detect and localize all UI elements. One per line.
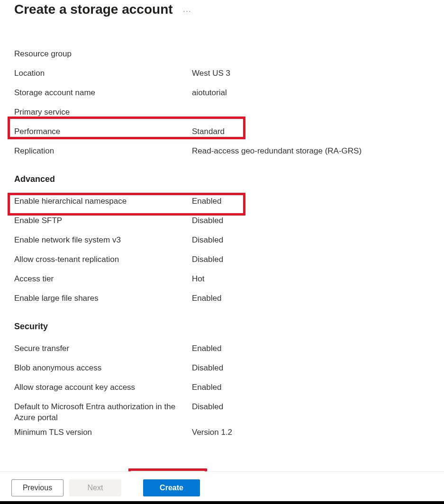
row-blob-anon-access: Blob anonymous access Disabled	[14, 360, 430, 379]
row-secure-transfer: Secure transfer Enabled	[14, 340, 430, 360]
value-enable-nfsv3: Disabled	[192, 235, 223, 246]
next-button: Next	[69, 479, 121, 496]
label-large-file-shares: Enable large file shares	[14, 293, 192, 304]
label-secure-transfer: Secure transfer	[14, 343, 192, 354]
label-location: Location	[14, 68, 192, 79]
label-cross-tenant-replication: Allow cross-tenant replication	[14, 254, 192, 265]
label-access-tier: Access tier	[14, 274, 192, 285]
label-enable-sftp: Enable SFTP	[14, 216, 192, 226]
row-access-tier: Access tier Hot	[14, 270, 430, 290]
label-enable-nfsv3: Enable network file system v3	[14, 235, 192, 246]
value-enable-hns: Enabled	[192, 196, 221, 207]
value-secure-transfer: Enabled	[192, 343, 221, 354]
page-header: Create a storage account ···	[0, 0, 444, 17]
row-cross-tenant-replication: Allow cross-tenant replication Disabled	[14, 251, 430, 270]
label-enable-hns: Enable hierarchical namespace	[14, 196, 192, 207]
label-performance: Performance	[14, 126, 192, 137]
row-enable-nfsv3: Enable network file system v3 Disabled	[14, 232, 430, 251]
label-resource-group: Resource group	[14, 49, 192, 60]
wizard-footer: Previous Next Create	[0, 471, 444, 504]
row-resource-group: Resource group	[14, 45, 430, 65]
value-performance: Standard	[192, 126, 225, 137]
row-enable-hns: Enable hierarchical namespace Enabled	[14, 193, 430, 212]
value-location: West US 3	[192, 68, 230, 79]
row-primary-service: Primary service	[14, 104, 430, 123]
section-heading-advanced: Advanced	[14, 174, 430, 184]
value-storage-account-name: aiotutorial	[192, 88, 227, 99]
create-button[interactable]: Create	[143, 479, 200, 496]
label-entra-auth: Default to Microsoft Entra authorization…	[14, 402, 192, 423]
label-allow-key-access: Allow storage account key access	[14, 382, 192, 393]
review-content: Resource group Location West US 3 Storag…	[0, 17, 444, 443]
row-storage-account-name: Storage account name aiotutorial	[14, 84, 430, 104]
label-blob-anon-access: Blob anonymous access	[14, 363, 192, 374]
row-allow-key-access: Allow storage account key access Enabled	[14, 379, 430, 398]
section-heading-security: Security	[14, 322, 430, 332]
value-replication: Read-access geo-redundant storage (RA-GR…	[192, 146, 362, 157]
value-min-tls: Version 1.2	[192, 427, 232, 438]
more-icon[interactable]: ···	[183, 4, 192, 15]
row-enable-sftp: Enable SFTP Disabled	[14, 212, 430, 232]
value-large-file-shares: Enabled	[192, 293, 221, 304]
value-enable-sftp: Disabled	[192, 216, 223, 226]
label-min-tls: Minimum TLS version	[14, 427, 192, 438]
value-entra-auth: Disabled	[192, 402, 223, 413]
label-primary-service: Primary service	[14, 107, 192, 118]
value-cross-tenant-replication: Disabled	[192, 254, 223, 265]
bottom-strip	[0, 501, 444, 504]
value-access-tier: Hot	[192, 274, 204, 285]
row-location: Location West US 3	[14, 65, 430, 84]
row-min-tls: Minimum TLS version Version 1.2	[14, 424, 430, 443]
label-replication: Replication	[14, 146, 192, 157]
page-title: Create a storage account	[14, 2, 173, 17]
label-storage-account-name: Storage account name	[14, 88, 192, 99]
value-allow-key-access: Enabled	[192, 382, 221, 393]
previous-button[interactable]: Previous	[11, 479, 63, 496]
row-entra-auth: Default to Microsoft Entra authorization…	[14, 398, 430, 424]
row-performance: Performance Standard	[14, 123, 430, 143]
value-blob-anon-access: Disabled	[192, 363, 223, 374]
row-replication: Replication Read-access geo-redundant st…	[14, 143, 430, 162]
row-large-file-shares: Enable large file shares Enabled	[14, 290, 430, 309]
